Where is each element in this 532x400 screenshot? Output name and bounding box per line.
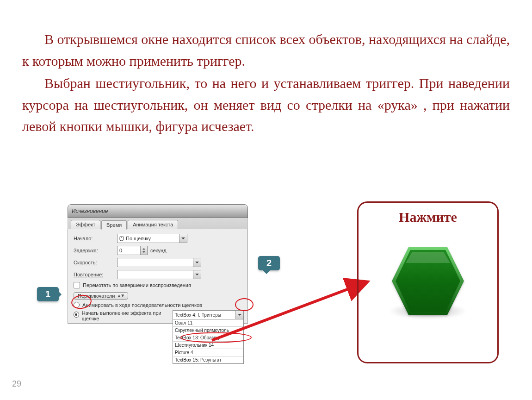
radio-animate-in-sequence-label: Анимировать в ходе последовательности ще… xyxy=(82,302,202,308)
speed-combo[interactable] xyxy=(117,258,201,267)
chevron-down-icon[interactable] xyxy=(179,234,187,243)
dropdown-item[interactable]: TextBox 15: Результат xyxy=(173,356,243,363)
dropdown-item[interactable]: Скругленный прямоуголь xyxy=(173,327,243,334)
press-frame: Нажмите xyxy=(357,201,499,363)
radio-animate-in-sequence[interactable] xyxy=(74,302,80,308)
radio-start-on-click[interactable] xyxy=(74,312,79,318)
repeat-combo[interactable] xyxy=(117,270,201,279)
hexagon-icon xyxy=(389,244,467,318)
effect-dialog: Исчезновение Эффект Время Анимация текст… xyxy=(68,204,248,324)
hexagon-button[interactable] xyxy=(384,237,472,325)
seconds-label: секунд xyxy=(150,248,167,253)
dialog-panel: Начало: По щелчку Задержка: 0 xyxy=(68,229,248,324)
dialog-tabs: Эффект Время Анимация текста xyxy=(68,218,248,229)
dropdown-item[interactable]: Picture 4 xyxy=(173,349,243,356)
delay-value: 0 xyxy=(118,248,140,253)
callout-2: 2 xyxy=(258,256,280,270)
trigger-selected-value: TextBox 4: I. Триггеры xyxy=(173,311,235,319)
switches-label: Переключатели xyxy=(78,293,115,299)
updown-arrows-icon: ▲▼ xyxy=(117,294,124,298)
radio-start-on-click-label: Начать выполнение эффекта при щелчке xyxy=(82,310,170,321)
dropdown-item[interactable]: Овал 11 xyxy=(173,319,243,327)
trigger-object-combo[interactable]: TextBox 4: I. Триггеры xyxy=(173,310,244,319)
dropdown-item[interactable]: TextBox 13: Образец xyxy=(173,334,243,342)
trigger-object-dropdown[interactable]: Овал 11 Скругленный прямоуголь TextBox 1… xyxy=(173,319,244,364)
callout-1-label: 1 xyxy=(45,289,50,299)
chevron-down-icon[interactable] xyxy=(193,258,201,267)
dialog-title: Исчезновение xyxy=(72,208,108,214)
dropdown-item[interactable]: Шестиугольник 14 xyxy=(173,342,243,349)
chevron-down-icon[interactable] xyxy=(193,270,201,279)
callout-1: 1 xyxy=(37,287,59,301)
delay-spinner[interactable]: 0 xyxy=(117,246,148,255)
switches-button[interactable]: Переключатели ▲▼ xyxy=(74,292,128,300)
speed-label: Скорость: xyxy=(74,260,114,265)
intro-paragraph-1: В открывшемся окне находится список всех… xyxy=(22,29,510,72)
dialog-titlebar[interactable]: Исчезновение xyxy=(68,204,248,218)
rewind-checkbox[interactable] xyxy=(74,282,80,288)
tab-effect[interactable]: Эффект xyxy=(71,220,100,229)
callout-2-label: 2 xyxy=(266,258,272,268)
svg-marker-2 xyxy=(406,252,450,263)
delay-label: Задержка: xyxy=(74,248,114,253)
chevron-down-icon[interactable] xyxy=(235,311,243,319)
mouse-icon xyxy=(119,236,124,241)
start-combo[interactable]: По щелчку xyxy=(117,234,187,243)
start-label: Начало: xyxy=(74,236,114,241)
tab-text-animation[interactable]: Анимация текста xyxy=(128,220,178,229)
intro-text: В открывшемся окне находится список всех… xyxy=(22,29,510,138)
start-value: По щелчку xyxy=(126,236,151,241)
rewind-label: Перемотать по завершении воспроизведения xyxy=(83,282,191,288)
intro-paragraph-2: Выбран шестиугольник, то на него и устан… xyxy=(22,73,510,138)
page-number: 29 xyxy=(12,379,21,389)
repeat-label: Повторение: xyxy=(74,272,114,277)
spinner-arrows-icon[interactable] xyxy=(140,246,147,255)
tab-time[interactable]: Время xyxy=(101,220,127,230)
press-frame-title: Нажмите xyxy=(399,209,457,225)
